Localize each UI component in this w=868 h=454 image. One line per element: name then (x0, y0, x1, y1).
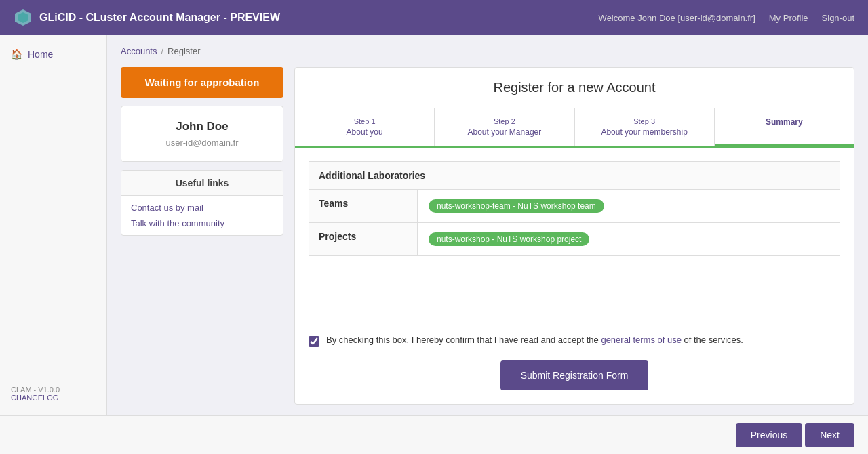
welcome-text: Welcome John Doe [user-id@domain.fr] (599, 13, 755, 23)
terms-text-before: By checking this box, I hereby confirm t… (326, 335, 601, 345)
main-panel: Register for a new Account Step 1 About … (294, 67, 854, 405)
tab-step2[interactable]: Step 2 About your Manager (435, 108, 574, 146)
content-area: Accounts / Register Waiting for approbat… (107, 35, 868, 415)
two-col-layout: Waiting for approbation John Doe user-id… (121, 67, 854, 405)
useful-links-title: Useful links (121, 171, 283, 196)
tab-step3[interactable]: Step 3 About your membership (575, 108, 715, 146)
step1-num: Step 1 (300, 117, 429, 127)
step3-label: About your membership (601, 127, 687, 137)
summary-label: Summary (766, 117, 803, 127)
steps-tabs: Step 1 About you Step 2 About your Manag… (295, 108, 854, 148)
form-content: Additional Laboratories Teams nuts-works… (295, 148, 854, 324)
breadcrumb-current: Register (167, 46, 200, 56)
step3-num: Step 3 (580, 117, 709, 127)
previous-button[interactable]: Previous (736, 423, 802, 447)
brand: GLiCID - CLuster Account Manager - PREVI… (14, 8, 280, 27)
sign-out-link[interactable]: Sign-out (822, 13, 854, 23)
navbar: GLiCID - CLuster Account Manager - PREVI… (0, 0, 868, 35)
sidebar-footer: CLAM - V1.0.0 CHANGELOG (0, 379, 106, 409)
main-panel-title: Register for a new Account (295, 68, 854, 108)
table-row-additional-labs: Additional Laboratories (309, 162, 840, 190)
waiting-badge: Waiting for approbation (121, 67, 283, 98)
useful-links-card: Useful links Contact us by mail Talk wit… (121, 170, 283, 236)
community-link[interactable]: Talk with the community (131, 218, 273, 228)
brand-label: GLiCID - CLuster Account Manager - PREVI… (39, 12, 280, 24)
clam-version: CLAM - V1.0.0 (11, 386, 96, 394)
teams-label: Teams (309, 190, 418, 223)
changelog-link[interactable]: CHANGELOG (11, 394, 96, 402)
breadcrumb: Accounts / Register (121, 46, 854, 56)
additional-labs-label: Additional Laboratories (309, 162, 840, 190)
main-layout: 🏠 Home CLAM - V1.0.0 CHANGELOG Accounts … (0, 35, 868, 415)
user-email: user-id@domain.fr (128, 138, 276, 148)
user-card: John Doe user-id@domain.fr (121, 106, 283, 162)
terms-row: By checking this box, I hereby confirm t… (295, 324, 854, 352)
terms-label: By checking this box, I hereby confirm t… (326, 335, 743, 345)
breadcrumb-separator: / (161, 46, 163, 56)
useful-links-body: Contact us by mail Talk with the communi… (121, 196, 283, 235)
teams-tag: nuts-workshop-team - NuTS workshop team (429, 199, 604, 213)
submit-button[interactable]: Submit Registration Form (500, 360, 649, 390)
sidebar-home-label: Home (28, 49, 53, 60)
submit-row: Submit Registration Form (295, 352, 854, 404)
table-row-projects: Projects nuts-workshop - NuTS workshop p… (309, 223, 840, 256)
projects-label: Projects (309, 223, 418, 256)
bottom-nav: Previous Next (0, 415, 868, 454)
terms-text-after: of the services. (682, 335, 743, 345)
contact-us-link[interactable]: Contact us by mail (131, 203, 273, 213)
my-profile-link[interactable]: My Profile (769, 13, 808, 23)
navbar-right: Welcome John Doe [user-id@domain.fr] My … (599, 13, 854, 23)
tab-step1[interactable]: Step 1 About you (295, 108, 435, 146)
projects-tag: nuts-workshop - NuTS workshop project (429, 232, 589, 246)
sidebar: 🏠 Home CLAM - V1.0.0 CHANGELOG (0, 35, 107, 415)
tab-summary[interactable]: Summary (715, 108, 854, 146)
terms-link[interactable]: general terms of use (601, 335, 682, 345)
step1-label: About you (347, 127, 383, 137)
terms-checkbox[interactable] (309, 336, 319, 347)
step2-label: About your Manager (468, 127, 542, 137)
projects-value-cell: nuts-workshop - NuTS workshop project (418, 223, 840, 256)
brand-icon (14, 8, 33, 27)
breadcrumb-accounts[interactable]: Accounts (121, 46, 157, 56)
left-panel: Waiting for approbation John Doe user-id… (121, 67, 283, 405)
teams-value-cell: nuts-workshop-team - NuTS workshop team (418, 190, 840, 223)
sidebar-item-home[interactable]: 🏠 Home (0, 42, 106, 66)
user-name: John Doe (128, 120, 276, 133)
next-button[interactable]: Next (805, 423, 854, 447)
summary-table: Additional Laboratories Teams nuts-works… (309, 161, 840, 256)
home-icon: 🏠 (11, 49, 22, 60)
table-row-teams: Teams nuts-workshop-team - NuTS workshop… (309, 190, 840, 223)
step2-num: Step 2 (440, 117, 568, 127)
